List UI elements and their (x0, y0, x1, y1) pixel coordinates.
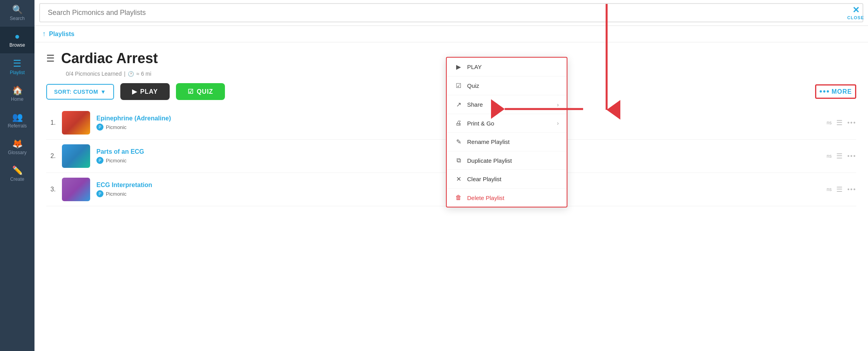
item-more-icon[interactable]: ••• (847, 153, 856, 160)
item-actions: ns ☰ ••• (827, 118, 857, 127)
quiz-button[interactable]: ☑ QUIZ (176, 83, 225, 100)
menu-rename-label: Rename Playlist (467, 138, 559, 145)
main-content: ✕ CLOSE ↑ Playlists ☰ Cardiac Arrest 0/4… (34, 0, 868, 351)
share-icon: ↗ (455, 101, 462, 108)
playlist-menu-icon[interactable]: ☰ (46, 53, 55, 64)
item-more-icon[interactable]: ••• (847, 119, 856, 126)
close-x-icon: ✕ (852, 6, 859, 15)
back-icon[interactable]: ↑ (42, 30, 46, 38)
referrals-icon: 👥 (12, 113, 23, 122)
item-actions-label: ns (827, 153, 832, 159)
reorder-icon[interactable]: ☰ (836, 118, 843, 127)
breadcrumb-label[interactable]: Playlists (49, 31, 74, 38)
item-thumbnail (62, 178, 90, 201)
reorder-icon[interactable]: ☰ (836, 185, 843, 194)
item-actions: ns ☰ ••• (827, 185, 857, 194)
play-icon: ▶ (132, 88, 137, 95)
menu-item-delete[interactable]: 🗑 Delete Playlist (447, 189, 567, 207)
menu-item-play[interactable]: ▶ PLAY (447, 58, 567, 76)
sidebar: 🔍 Search ● Browse ☰ Playlist 🏠 Home 👥 Re… (0, 0, 34, 351)
item-actions-label: ns (827, 120, 832, 125)
item-number: 2. (46, 153, 56, 160)
picmonic-icon: P (96, 124, 103, 131)
sidebar-label-playlist: Playlist (10, 70, 25, 75)
menu-delete-label: Delete Playlist (467, 195, 559, 201)
thumbnail-image (62, 178, 90, 201)
duplicate-icon: ⧉ (455, 157, 462, 164)
menu-duplicate-label: Duplicate Playlist (467, 157, 559, 164)
sidebar-item-browse[interactable]: ● Browse (0, 27, 34, 53)
search-input[interactable] (39, 3, 863, 22)
play-label: PLAY (140, 88, 158, 95)
breadcrumb: ↑ Playlists (34, 26, 868, 42)
picmonic-icon: P (96, 190, 103, 197)
quiz-icon: ☑ (455, 82, 462, 89)
search-icon: 🔍 (12, 5, 23, 14)
sidebar-item-playlist[interactable]: ☰ Playlist (0, 53, 34, 81)
more-button[interactable]: ••• MORE (815, 84, 856, 99)
sidebar-item-search[interactable]: 🔍 Search (0, 0, 34, 27)
sort-button[interactable]: SORT: CUSTOM ▼ (46, 84, 114, 100)
picmonic-icon: P (96, 157, 103, 164)
play-circle-icon: ▶ (455, 63, 462, 71)
source-label: Picmonic (106, 158, 127, 164)
item-number: 3. (46, 186, 56, 193)
item-thumbnail (62, 144, 90, 168)
playlist-icon: ☰ (13, 59, 22, 68)
menu-print-label: Print & Go (467, 120, 552, 127)
close-button[interactable]: ✕ CLOSE (847, 6, 864, 20)
search-bar: ✕ CLOSE (34, 0, 868, 26)
sort-chevron-icon: ▼ (100, 89, 106, 95)
menu-quiz-label: Quiz (467, 82, 559, 89)
menu-clear-label: Clear Playlist (467, 176, 559, 182)
sidebar-label-referrals: Referrals (8, 123, 27, 129)
menu-item-duplicate[interactable]: ⧉ Duplicate Playlist (447, 151, 567, 170)
quiz-check-icon: ☑ (188, 88, 194, 95)
playlist-title: Cardiac Arrest (61, 50, 158, 67)
item-number: 1. (46, 119, 56, 126)
item-thumbnail (62, 111, 90, 135)
menu-item-print[interactable]: 🖨 Print & Go › (447, 114, 567, 133)
delete-icon: 🗑 (455, 194, 462, 201)
close-label: CLOSE (847, 15, 864, 20)
menu-item-share[interactable]: ↗ Share › (447, 95, 567, 114)
quiz-label: QUIZ (197, 88, 213, 95)
item-actions: ns ☰ ••• (827, 152, 857, 160)
sort-label: SORT: CUSTOM (54, 89, 98, 95)
item-more-icon[interactable]: ••• (847, 186, 856, 193)
more-dots-icon: ••• (819, 87, 830, 96)
menu-item-clear[interactable]: ✕ Clear Playlist (447, 170, 567, 189)
glossary-icon: 🦊 (12, 140, 23, 148)
menu-play-label: PLAY (467, 64, 559, 70)
source-label: Picmonic (106, 124, 127, 130)
sidebar-item-create[interactable]: ✏️ Create (0, 161, 34, 187)
clock-icon: 🕐 (128, 71, 134, 77)
print-icon: 🖨 (455, 120, 462, 127)
menu-item-rename[interactable]: ✎ Rename Playlist (447, 133, 567, 151)
thumbnail-image (62, 111, 90, 135)
thumbnail-image (62, 144, 90, 168)
browse-icon: ● (14, 32, 20, 41)
sidebar-item-referrals[interactable]: 👥 Referrals (0, 107, 34, 134)
sidebar-label-home: Home (11, 96, 24, 102)
play-button[interactable]: ▶ PLAY (120, 83, 170, 100)
sidebar-item-glossary[interactable]: 🦊 Glossary (0, 134, 34, 161)
sidebar-item-home[interactable]: 🏠 Home (0, 81, 34, 107)
chevron-right-icon: › (557, 120, 559, 126)
duration: ≈ 6 mi (136, 71, 151, 77)
sidebar-label-search: Search (10, 16, 25, 21)
more-label: MORE (832, 88, 852, 95)
item-actions-label: ns (827, 187, 832, 192)
rename-icon: ✎ (455, 138, 462, 145)
sidebar-label-glossary: Glossary (8, 150, 26, 155)
reorder-icon[interactable]: ☰ (836, 152, 843, 160)
clear-icon: ✕ (455, 175, 462, 183)
context-menu: ▶ PLAY ☑ Quiz ↗ Share › 🖨 Print & Go › ✎… (446, 57, 567, 207)
menu-share-label: Share (467, 101, 552, 108)
sidebar-label-create: Create (10, 176, 24, 182)
menu-item-quiz[interactable]: ☑ Quiz (447, 76, 567, 95)
picmonics-learned: 0/4 Picmonics Learned (66, 71, 121, 77)
separator: | (124, 71, 125, 77)
sidebar-label-browse: Browse (9, 42, 25, 48)
source-label: Picmonic (106, 191, 127, 197)
